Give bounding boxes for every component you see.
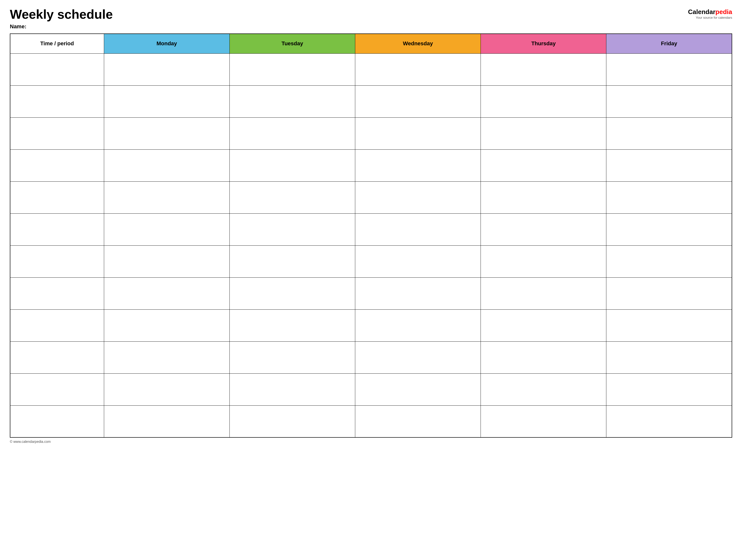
schedule-cell[interactable] (355, 310, 481, 341)
col-header-wednesday: Wednesday (355, 34, 481, 53)
schedule-cell[interactable] (355, 341, 481, 374)
schedule-cell[interactable] (229, 245, 355, 277)
schedule-cell[interactable] (229, 150, 355, 181)
schedule-cell[interactable] (606, 245, 732, 277)
schedule-cell[interactable] (104, 245, 229, 277)
time-cell[interactable] (10, 86, 104, 117)
schedule-cell[interactable] (606, 53, 732, 86)
schedule-cell[interactable] (104, 150, 229, 181)
schedule-cell[interactable] (229, 310, 355, 341)
footer: © www.calendarpedia.com (10, 440, 732, 444)
table-row (10, 405, 732, 437)
page-title: Weekly schedule (10, 7, 113, 21)
logo-pedia: pedia (716, 8, 732, 15)
time-cell[interactable] (10, 374, 104, 405)
col-header-tuesday: Tuesday (229, 34, 355, 53)
schedule-cell[interactable] (606, 117, 732, 150)
schedule-cell[interactable] (104, 117, 229, 150)
time-cell[interactable] (10, 245, 104, 277)
time-cell[interactable] (10, 213, 104, 245)
schedule-cell[interactable] (104, 213, 229, 245)
schedule-cell[interactable] (104, 405, 229, 437)
schedule-cell[interactable] (355, 53, 481, 86)
time-cell[interactable] (10, 150, 104, 181)
schedule-cell[interactable] (104, 86, 229, 117)
logo-tagline: Your source for calendars (696, 16, 732, 19)
table-row (10, 86, 732, 117)
schedule-cell[interactable] (481, 277, 606, 310)
schedule-cell[interactable] (104, 53, 229, 86)
time-cell[interactable] (10, 53, 104, 86)
col-header-friday: Friday (606, 34, 732, 53)
schedule-cell[interactable] (229, 374, 355, 405)
schedule-cell[interactable] (355, 277, 481, 310)
schedule-cell[interactable] (229, 181, 355, 213)
col-header-time: Time / period (10, 34, 104, 53)
schedule-table: Time / period Monday Tuesday Wednesday T… (10, 34, 732, 438)
time-cell[interactable] (10, 341, 104, 374)
schedule-cell[interactable] (355, 245, 481, 277)
schedule-cell[interactable] (606, 213, 732, 245)
schedule-cell[interactable] (606, 277, 732, 310)
logo-text: Calendarpedia (688, 9, 732, 15)
schedule-cell[interactable] (104, 277, 229, 310)
schedule-cell[interactable] (481, 53, 606, 86)
title-area: Weekly schedule Name: (10, 7, 113, 30)
schedule-cell[interactable] (355, 374, 481, 405)
schedule-cell[interactable] (229, 405, 355, 437)
schedule-cell[interactable] (229, 341, 355, 374)
col-header-monday: Monday (104, 34, 229, 53)
schedule-cell[interactable] (606, 181, 732, 213)
schedule-cell[interactable] (104, 374, 229, 405)
schedule-cell[interactable] (229, 86, 355, 117)
table-row (10, 117, 732, 150)
schedule-cell[interactable] (229, 277, 355, 310)
schedule-cell[interactable] (481, 245, 606, 277)
schedule-cell[interactable] (104, 310, 229, 341)
schedule-cell[interactable] (481, 374, 606, 405)
table-row (10, 213, 732, 245)
schedule-cell[interactable] (481, 181, 606, 213)
schedule-cell[interactable] (104, 341, 229, 374)
schedule-cell[interactable] (481, 310, 606, 341)
schedule-cell[interactable] (355, 150, 481, 181)
schedule-cell[interactable] (481, 86, 606, 117)
schedule-cell[interactable] (606, 86, 732, 117)
schedule-cell[interactable] (229, 117, 355, 150)
schedule-cell[interactable] (481, 405, 606, 437)
time-cell[interactable] (10, 310, 104, 341)
logo-area: Calendarpedia Your source for calendars (688, 7, 732, 19)
time-cell[interactable] (10, 277, 104, 310)
schedule-cell[interactable] (481, 150, 606, 181)
name-label: Name: (10, 23, 113, 30)
schedule-cell[interactable] (355, 405, 481, 437)
table-header-row: Time / period Monday Tuesday Wednesday T… (10, 34, 732, 53)
table-row (10, 181, 732, 213)
schedule-cell[interactable] (606, 310, 732, 341)
schedule-cell[interactable] (355, 181, 481, 213)
table-row (10, 277, 732, 310)
table-row (10, 310, 732, 341)
schedule-cell[interactable] (606, 150, 732, 181)
schedule-cell[interactable] (606, 374, 732, 405)
schedule-cell[interactable] (606, 405, 732, 437)
logo-calendar: Calendar (688, 8, 716, 15)
schedule-cell[interactable] (355, 213, 481, 245)
copyright-text: © www.calendarpedia.com (10, 440, 51, 444)
schedule-cell[interactable] (104, 181, 229, 213)
time-cell[interactable] (10, 405, 104, 437)
schedule-cell[interactable] (229, 53, 355, 86)
header-section: Weekly schedule Name: Calendarpedia Your… (10, 7, 732, 30)
page-wrapper: Weekly schedule Name: Calendarpedia Your… (10, 7, 732, 444)
schedule-cell[interactable] (481, 117, 606, 150)
table-row (10, 341, 732, 374)
schedule-cell[interactable] (606, 341, 732, 374)
schedule-cell[interactable] (481, 341, 606, 374)
time-cell[interactable] (10, 181, 104, 213)
schedule-cell[interactable] (229, 213, 355, 245)
time-cell[interactable] (10, 117, 104, 150)
schedule-cell[interactable] (355, 86, 481, 117)
schedule-cell[interactable] (481, 213, 606, 245)
col-header-thursday: Thursday (481, 34, 606, 53)
schedule-cell[interactable] (355, 117, 481, 150)
